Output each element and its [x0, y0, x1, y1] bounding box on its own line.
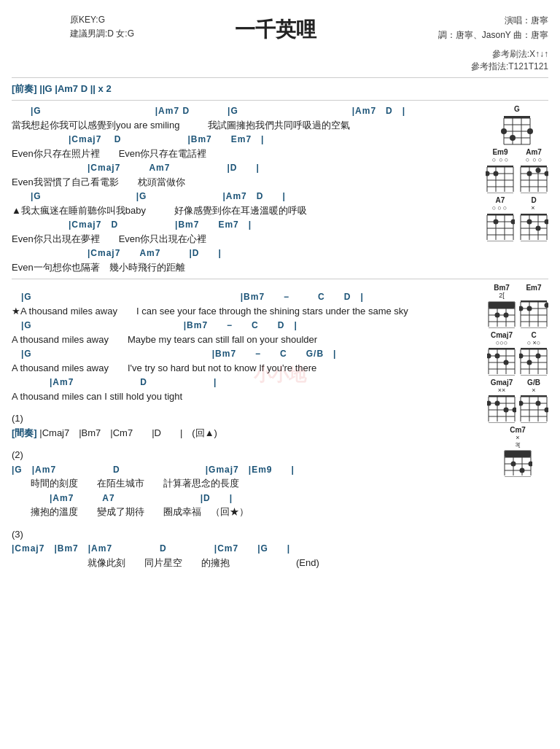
ref-strumming: 參考刷法:X↑↓↑ — [12, 48, 548, 61]
svg-point-125 — [495, 401, 500, 406]
key-info: 原KEY:G — [70, 13, 134, 27]
verse3-lyric-1: 就像此刻 同片星空 的擁抱 (End) — [12, 556, 470, 570]
chord-line-6: |Cmaj7 Am7 |D | — [12, 247, 470, 260]
svg-point-151 — [511, 462, 516, 467]
svg-point-12 — [527, 128, 533, 134]
divider2 — [12, 100, 548, 101]
bm7-em7-row: Bm7 2[ — [487, 284, 548, 328]
recommend: 建議男調:D 女:G — [70, 27, 134, 41]
chord-G: G — [486, 105, 548, 145]
svg-point-10 — [501, 128, 507, 134]
ref-box: 參考刷法:X↑↓↑ 參考指法:T121T121 — [12, 48, 548, 73]
chord-Am7: Am7 ○○○ — [519, 148, 548, 193]
credits: 調：唐寧、JasonY 曲：唐寧 — [417, 28, 548, 42]
svg-point-113 — [536, 354, 541, 359]
chord-line-5: |Cmaj7 D |Bm7 Em7 | — [12, 219, 470, 231]
svg-point-48 — [494, 220, 499, 225]
chord-C: C ○ ×○ — [519, 331, 548, 376]
song-title: 一千英哩 — [134, 16, 417, 44]
svg-point-11 — [510, 135, 516, 141]
verse2-num: (2) — [12, 449, 470, 462]
chorus-chord-1: |G |Bm7 − C D | — [12, 291, 470, 303]
em9-am7-row: Em9 ○○○ — [486, 148, 548, 193]
interlude-chords: [間奏] |Cmaj7 |Bm7 |Cm7 |D | (回▲) — [12, 427, 470, 440]
verse2-section: (2) |G |Am7 D |Gmaj7 |Em9 | 時間的刻度 在陌生城市 … — [12, 441, 470, 519]
chorus-lyric-3: A thousand miles away I've try so hard b… — [12, 362, 470, 375]
svg-point-98 — [487, 354, 491, 359]
chord-Em9: Em9 ○○○ — [486, 148, 515, 193]
verse1: |G |Am7 D |G |Am7 D | 當我想起你我可以感覺到you are… — [12, 105, 470, 274]
header: 原KEY:G 建議男調:D 女:G 一千英哩 演唱：唐寧 調：唐寧、JasonY… — [12, 7, 548, 47]
svg-point-35 — [527, 171, 532, 176]
svg-point-23 — [486, 171, 490, 176]
svg-point-127 — [513, 408, 517, 413]
chord-A7: A7 ○○○ — [486, 196, 515, 241]
interlude-section: (1) [間奏] |Cmaj7 |Bm7 |Cm7 |D | (回▲) — [12, 405, 470, 440]
chord-D: D × — [519, 196, 548, 241]
svg-point-36 — [536, 168, 541, 173]
divider3 — [12, 279, 548, 279]
chord-line-3: |Cmaj7 Am7 |D | — [12, 162, 470, 174]
lyric-line-1: 當我想起你我可以感覺到you are smiling 我試圖擁抱我們共同呼吸過的… — [12, 119, 470, 132]
chorus-chord-3: |G |Bm7 − C G/B | — [12, 348, 470, 360]
svg-point-126 — [504, 408, 509, 413]
gmaj7-gb-row: Gmaj7 ×× — [487, 379, 548, 423]
svg-point-152 — [520, 468, 525, 473]
verse2-lyric-1: 時間的刻度 在陌生城市 計算著思念的長度 — [12, 477, 470, 490]
svg-point-140 — [545, 408, 549, 413]
chorus-lyric-4: A thousand miles can I still hold you ti… — [12, 390, 470, 403]
verse2-lyric-2: 擁抱的溫度 變成了期待 圈成幸福 （回★） — [12, 505, 470, 519]
chord-Em7-2: Em7 . — [519, 284, 548, 328]
ref-fingering: 參考指法:T121T121 — [12, 61, 548, 73]
chord-Bm7: Bm7 2[ — [487, 284, 516, 328]
chord-line-4: |G |G |Am7 D | — [12, 190, 470, 203]
chorus-chord-diagrams: Bm7 2[ — [487, 284, 548, 477]
intro-tag: [前奏] ||G |Am7 D || x 2 — [12, 83, 112, 94]
lyric-line-3: Even我習慣了自己看電影 枕頭當做你 — [12, 176, 470, 189]
svg-point-74 — [504, 313, 509, 318]
svg-point-37 — [545, 171, 549, 176]
chorus-chord-2: |G |Bm7 − C D | — [12, 319, 470, 332]
svg-point-153 — [529, 462, 533, 467]
divider — [12, 77, 548, 78]
singer: 演唱：唐寧 — [417, 13, 548, 28]
svg-point-124 — [487, 401, 491, 406]
svg-point-138 — [519, 401, 524, 406]
chorus-lyric-1: ★A thousand miles away I can see your fa… — [12, 305, 470, 318]
lyric-line-6: Even一句想你也隔著 幾小時飛行的距離 — [12, 261, 470, 274]
svg-rect-150 — [505, 451, 531, 457]
svg-point-111 — [519, 354, 524, 359]
svg-point-73 — [495, 313, 500, 318]
chorus-section: |G |Bm7 − C D | ★A thousand miles away I… — [12, 284, 470, 403]
verse3-num: (3) — [12, 528, 470, 541]
header-right: 演唱：唐寧 調：唐寧、JasonY 曲：唐寧 — [417, 13, 548, 43]
chord-Cm7: Cm7 × 3[ — [487, 426, 548, 477]
header-left: 原KEY:G 建議男調:D 女:G — [12, 13, 134, 41]
verse3-section: (3) |Cmaj7 |Bm7 |Am7 D |Cm7 |G | 就像此刻 同片… — [12, 521, 470, 570]
intro-line: [前奏] ||G |Am7 D || x 2 — [12, 82, 548, 96]
cmaj7-c-row: Cmaj7 ○○○ — [487, 331, 548, 376]
lyric-line-5: Even你只出現在夢裡 Even你只出現在心裡 — [12, 233, 470, 246]
verse2-chord-2: |Am7 A7 |D | — [12, 492, 470, 505]
svg-point-112 — [527, 360, 532, 365]
svg-point-24 — [494, 171, 499, 176]
svg-point-139 — [536, 401, 541, 406]
svg-point-85 — [519, 306, 524, 311]
chord-Gmaj7: Gmaj7 ×× — [487, 379, 516, 423]
chord-line-1: |G |Am7 D |G |Am7 D | — [12, 105, 470, 117]
lyric-line-2: Even你只存在照片裡 Even你只存在電話裡 — [12, 147, 470, 160]
svg-rect-72 — [489, 302, 515, 308]
svg-point-49 — [511, 220, 516, 225]
svg-point-99 — [495, 354, 500, 359]
svg-point-100 — [504, 360, 509, 365]
chord-diagrams: G — [486, 105, 548, 241]
verse2-chord-1: |G |Am7 D |Gmaj7 |Em9 | — [12, 464, 470, 476]
chorus-lyric-2: A thousand miles away Maybe my tears can… — [12, 333, 470, 346]
chorus-chord-4: |Am7 D | — [12, 376, 470, 389]
chord-Cmaj7: Cmaj7 ○○○ — [487, 331, 516, 376]
svg-point-62 — [545, 220, 549, 225]
svg-point-60 — [527, 220, 532, 225]
a7-d-row: A7 ○○○ — [486, 196, 548, 241]
verse3-chord-1: |Cmaj7 |Bm7 |Am7 D |Cm7 |G | — [12, 543, 470, 555]
lyric-line-4: ▲我太瘋迷在睡前聽你叫我baby 好像感覺到你在耳邊溫暖的呼吸 — [12, 204, 470, 217]
